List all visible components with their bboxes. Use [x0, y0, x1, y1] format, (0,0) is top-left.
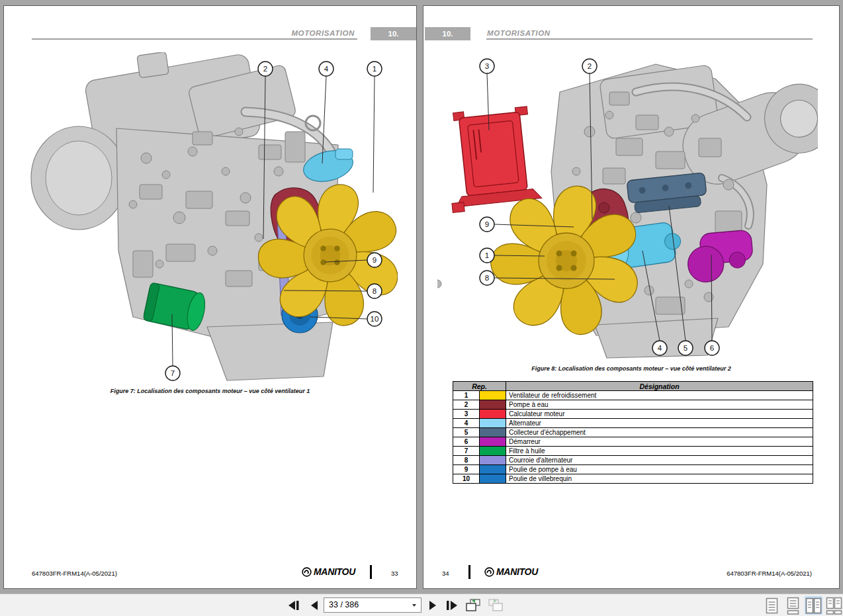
- color-swatch: [480, 410, 506, 419]
- next-view-icon: [488, 598, 504, 613]
- next-view-button[interactable]: [487, 597, 504, 614]
- callout-number: 10: [371, 315, 379, 323]
- rep-cell: 1: [453, 391, 480, 400]
- engine-figure-8: 32918456: [437, 52, 818, 360]
- callout-number: 2: [588, 62, 592, 70]
- table-header-rep: Rep.: [453, 382, 506, 391]
- rep-cell: 6: [453, 437, 480, 447]
- table-header-designation: Désignation: [506, 382, 813, 391]
- table-row: 8Courroie d'alternateur: [453, 456, 813, 465]
- first-page-button[interactable]: [285, 597, 302, 614]
- section-number-badge: 10.: [371, 27, 416, 40]
- designation-cell: Calculateur moteur: [506, 410, 813, 419]
- header-rule: [486, 38, 813, 40]
- callout-number: 2: [263, 65, 267, 73]
- page-indicator: 33 / 386: [329, 600, 359, 609]
- single-page-view-icon: [766, 597, 778, 614]
- callout-number: 9: [373, 256, 377, 264]
- color-swatch: [480, 456, 506, 465]
- callout-number: 9: [485, 220, 489, 228]
- rep-cell: 5: [453, 428, 480, 437]
- previous-page-icon: [310, 600, 319, 611]
- manitou-logo: MANITOU: [484, 566, 538, 577]
- color-swatch: [480, 474, 506, 484]
- manitou-logo-icon: [302, 567, 312, 577]
- engine-control-unit: [443, 105, 543, 212]
- section-number-badge: 10.: [425, 27, 470, 40]
- rep-cell: 3: [453, 410, 480, 419]
- continuous-view-icon: [787, 597, 799, 615]
- designation-cell: Ventilateur de refroidissement: [506, 391, 813, 400]
- manitou-logo-text: MANITOU: [314, 566, 355, 577]
- document-reference: 647803FR-FRM14(A-05/2021): [727, 570, 812, 577]
- rep-cell: 4: [453, 419, 480, 428]
- color-swatch: [480, 447, 506, 456]
- page-header-title: MOTORISATION: [291, 29, 355, 37]
- last-page-button[interactable]: [443, 597, 461, 614]
- callout-number: 8: [485, 274, 489, 282]
- manitou-logo: MANITOU: [302, 566, 355, 577]
- figure-caption: Figure 7: Localisation des composants mo…: [4, 388, 416, 394]
- single-page-view-button[interactable]: [763, 596, 781, 615]
- callout-number: 3: [485, 62, 489, 70]
- table-row: 10Poulie de villebrequin: [453, 474, 813, 484]
- callout-number: 1: [485, 251, 489, 259]
- designation-cell: Démarreur: [506, 437, 813, 447]
- parts-table: Rep. Désignation 1Ventilateur de refroid…: [453, 381, 813, 484]
- previous-view-button[interactable]: [465, 597, 482, 614]
- document-view: MOTORISATION 10.: [0, 0, 843, 594]
- page-footer: 34 MANITOU 647803FR-FRM14(A-05/2021): [423, 566, 839, 580]
- rep-cell: 7: [453, 447, 480, 456]
- pdf-toolbar: 33 / 386: [0, 594, 843, 616]
- previous-view-icon: [465, 598, 481, 613]
- color-swatch: [480, 437, 506, 447]
- table-row: 5Collecteur d'échappement: [453, 428, 813, 437]
- document-reference: 647803FR-FRM14(A-05/2021): [32, 570, 117, 577]
- manitou-logo-icon: [484, 567, 494, 577]
- color-swatch: [480, 428, 506, 437]
- manitou-logo-text: MANITOU: [496, 566, 538, 577]
- next-page-button[interactable]: [424, 597, 441, 614]
- rep-cell: 2: [453, 400, 480, 410]
- facing-pages-view-icon: [805, 597, 822, 614]
- page-33: MOTORISATION 10.: [3, 5, 417, 589]
- table-row: 3Calculateur moteur: [453, 410, 813, 419]
- designation-cell: Pompe à eau: [506, 400, 813, 410]
- header-rule: [32, 38, 357, 40]
- table-row: 6Démarreur: [453, 437, 813, 447]
- table-row: 7Filtre à huile: [453, 447, 813, 456]
- figure-caption: Figure 8: Localisation des composants mo…: [423, 365, 839, 372]
- facing-pages-view-button[interactable]: [805, 596, 822, 615]
- book-view-button[interactable]: [825, 596, 843, 615]
- page-34: 10. MOTORISATION: [423, 5, 840, 589]
- continuous-view-button[interactable]: [784, 596, 802, 615]
- first-page-icon: [287, 600, 300, 611]
- rep-cell: 9: [453, 465, 480, 474]
- next-page-icon: [428, 600, 437, 611]
- rep-cell: 10: [453, 474, 480, 484]
- rep-cell: 8: [453, 456, 480, 465]
- designation-cell: Poulie de pompe à eau: [506, 465, 813, 474]
- color-swatch: [480, 419, 506, 428]
- page-number: 33: [391, 570, 398, 577]
- book-view-icon: [826, 597, 842, 615]
- designation-cell: Alternateur: [506, 419, 813, 428]
- color-swatch: [480, 391, 506, 400]
- callout-number: 5: [684, 344, 688, 352]
- callout-number: 6: [710, 344, 714, 352]
- table-row: 4Alternateur: [453, 419, 813, 428]
- table-row: 2Pompe à eau: [453, 400, 813, 410]
- page-header-title: MOTORISATION: [487, 29, 551, 37]
- color-swatch: [480, 465, 506, 474]
- callout-number: 8: [373, 287, 377, 295]
- parts-table-body: 1Ventilateur de refroidissement2Pompe à …: [453, 391, 813, 484]
- footer-separator: [370, 565, 372, 579]
- previous-page-button[interactable]: [306, 597, 323, 614]
- last-page-icon: [445, 600, 459, 611]
- callout-number: 4: [658, 344, 662, 352]
- page-number-combobox[interactable]: 33 / 386: [324, 597, 421, 613]
- callout-leader-line: [373, 76, 375, 193]
- table-row: 9Poulie de pompe à eau: [453, 465, 813, 474]
- callout-number: 4: [324, 65, 329, 73]
- designation-cell: Filtre à huile: [506, 447, 813, 456]
